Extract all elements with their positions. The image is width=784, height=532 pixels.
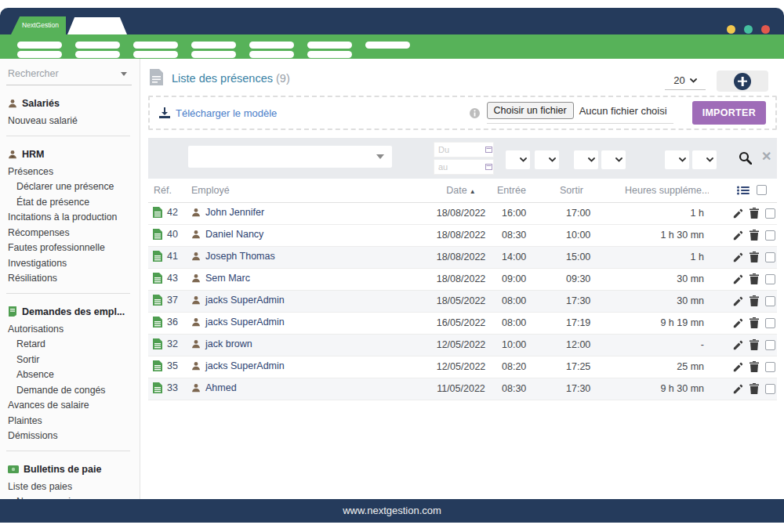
delete-button[interactable] [750, 208, 759, 219]
sidebar-item-recompenses[interactable]: Récompenses [0, 226, 140, 241]
employee-name-link[interactable]: jack brown [205, 338, 252, 349]
import-button[interactable]: IMPORTER [692, 101, 766, 125]
sidebar-item-liste-paies[interactable]: Liste des paies [0, 480, 140, 495]
date-from-input[interactable] [434, 142, 494, 157]
download-template-link[interactable]: Télécharger le modèle [159, 107, 277, 119]
nav-pill[interactable] [191, 42, 236, 49]
edit-button[interactable] [733, 274, 743, 284]
close-dot[interactable] [761, 25, 770, 34]
employee-filter-select[interactable] [188, 146, 392, 168]
column-overtime[interactable]: Heures suppléme... [617, 179, 709, 202]
sidebar-item-plaintes[interactable]: Plaintes [0, 414, 140, 429]
table-row[interactable]: 33 Ahmed 11/05/2022 08:30 17:30 9 h 30 m… [148, 378, 777, 400]
row-checkbox[interactable] [765, 384, 775, 394]
table-row[interactable]: 42 John Jennifer 18/08/2022 16:00 17:00 … [148, 202, 777, 224]
sidebar-item-nouveau-salarie[interactable]: Nouveau salarié [0, 114, 140, 129]
nav-pill[interactable] [17, 42, 62, 49]
edit-button[interactable] [733, 384, 743, 394]
sidebar-item-declarer-presence[interactable]: Déclarer une présence [0, 179, 140, 195]
sidebar-item-avances-salaire[interactable]: Avances de salaire [0, 398, 140, 414]
sidebar-item-autorisations[interactable]: Autorisations [0, 322, 140, 338]
table-row[interactable]: 37 jacks SuperAdmin 18/05/2022 08:00 17:… [148, 290, 777, 312]
column-date[interactable]: Date▲ [413, 179, 492, 202]
row-checkbox[interactable] [765, 274, 775, 284]
table-row[interactable]: 41 Joseph Thomas 18/08/2022 14:00 15:00 … [148, 246, 777, 268]
row-checkbox[interactable] [765, 362, 775, 372]
entree-minute-select[interactable] [535, 150, 559, 169]
employee-name-link[interactable]: jacks SuperAdmin [205, 360, 285, 371]
sidebar-item-absence[interactable]: Absence [0, 367, 140, 383]
edit-button[interactable] [733, 340, 743, 350]
table-row[interactable]: 40 Daniel Nancy 18/08/2022 08:30 10:00 1… [148, 224, 777, 246]
brand-tab[interactable]: NextGestion [11, 16, 66, 34]
sidebar-item-incitations[interactable]: Incitations à la production [0, 210, 140, 226]
edit-button[interactable] [733, 296, 743, 306]
sidebar-item-retard[interactable]: Retard [0, 337, 140, 353]
nav-pill[interactable] [75, 42, 120, 49]
nav-pill[interactable] [307, 51, 352, 58]
column-ref[interactable]: Réf. [148, 179, 186, 202]
edit-button[interactable] [733, 362, 743, 372]
sidebar-item-sortir[interactable]: Sortir [0, 353, 140, 368]
overtime-minute-select[interactable] [692, 150, 717, 169]
sidebar-item-presences[interactable]: Présences [0, 165, 140, 180]
choose-file-button[interactable]: Choisir un fichier [487, 102, 574, 119]
select-all-checkbox[interactable] [757, 185, 767, 195]
table-row[interactable]: 32 jack brown 12/05/2022 10:00 12:00 - [148, 334, 777, 356]
employee-name-link[interactable]: jacks SuperAdmin [205, 317, 285, 328]
employee-name-link[interactable]: Joseph Thomas [205, 251, 275, 262]
maximize-dot[interactable] [744, 25, 753, 34]
delete-button[interactable] [750, 295, 759, 306]
sidebar-item-fautes[interactable]: Fautes professionnelle [0, 241, 140, 256]
table-row[interactable]: 43 Sem Marc 18/08/2022 09:00 09:30 30 mn [148, 268, 777, 290]
edit-button[interactable] [733, 318, 743, 328]
delete-button[interactable] [750, 383, 759, 394]
add-button[interactable] [717, 71, 768, 92]
sortie-minute-select[interactable] [601, 150, 626, 169]
column-entree[interactable]: Entrée [492, 179, 554, 202]
row-checkbox[interactable] [765, 252, 775, 262]
nav-pill[interactable] [191, 51, 236, 58]
sidebar-search-select[interactable]: Rechercher [6, 67, 132, 85]
row-checkbox[interactable] [765, 208, 775, 219]
delete-button[interactable] [750, 230, 759, 241]
nav-pill[interactable] [133, 42, 178, 49]
employee-name-link[interactable]: Ahmed [205, 382, 237, 393]
overtime-hour-select[interactable] [665, 150, 689, 169]
nav-pill[interactable] [133, 51, 178, 58]
sidebar-section-demandes[interactable]: Demandes des empl... [0, 304, 140, 320]
sidebar-section-hrm[interactable]: HRM [0, 147, 140, 162]
sidebar-item-etat-presence[interactable]: État de présence [0, 195, 140, 211]
employee-name-link[interactable]: jacks SuperAdmin [205, 295, 285, 306]
edit-button[interactable] [733, 252, 743, 262]
nav-pill[interactable] [249, 51, 294, 58]
minimize-dot[interactable] [727, 25, 735, 34]
page-size-select[interactable]: 20 [665, 71, 706, 90]
delete-button[interactable] [750, 361, 759, 372]
delete-button[interactable] [750, 252, 759, 262]
nav-pill[interactable] [365, 42, 410, 49]
search-icon[interactable] [739, 151, 752, 165]
edit-button[interactable] [733, 208, 743, 219]
sidebar-item-demande-conges[interactable]: Demande de congés [0, 383, 140, 399]
employee-name-link[interactable]: Daniel Nancy [205, 229, 263, 240]
delete-button[interactable] [750, 317, 759, 328]
edit-button[interactable] [733, 230, 743, 241]
column-employee[interactable]: Employé [186, 179, 413, 202]
nav-pill[interactable] [249, 42, 294, 49]
delete-button[interactable] [750, 339, 759, 350]
sidebar-item-demissions[interactable]: Démissions [0, 429, 140, 444]
list-icon[interactable] [737, 186, 750, 195]
sortie-hour-select[interactable] [574, 150, 598, 169]
row-checkbox[interactable] [765, 340, 775, 350]
sidebar-item-resiliations[interactable]: Résiliations [0, 271, 140, 287]
sidebar-section-bulletins[interactable]: Bulletins de paie [0, 461, 140, 477]
entree-hour-select[interactable] [506, 150, 530, 169]
clear-filters-x-icon[interactable]: ✕ [761, 149, 771, 164]
delete-button[interactable] [750, 273, 759, 284]
row-checkbox[interactable] [765, 230, 775, 241]
nav-pill[interactable] [75, 51, 120, 58]
employee-name-link[interactable]: John Jennifer [205, 207, 264, 218]
sidebar-item-investigations[interactable]: Investigations [0, 256, 140, 272]
sidebar-section-salaries[interactable]: Salariés [0, 96, 140, 111]
